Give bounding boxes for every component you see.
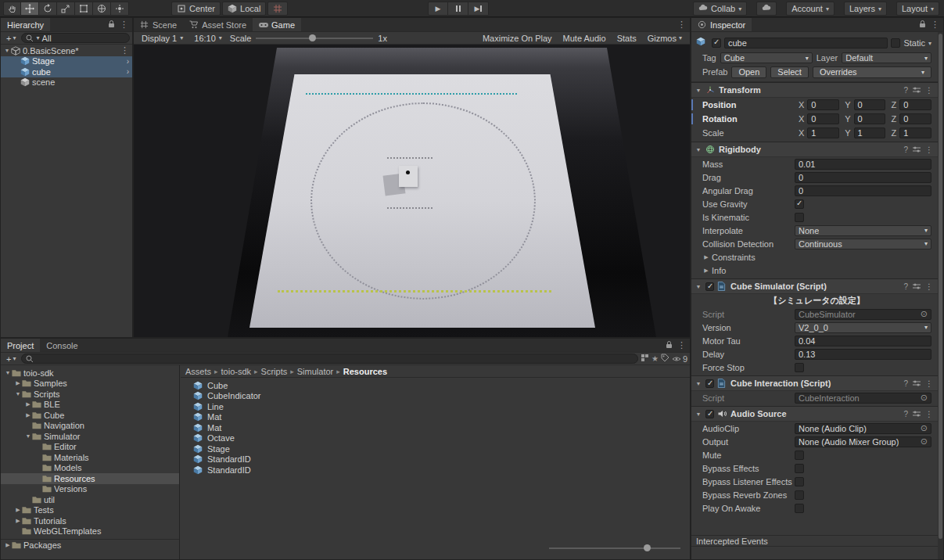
project-folder-toio-sdk[interactable]: ▼toio-sdk [1, 368, 179, 379]
display-dropdown[interactable]: Display 1▾ [138, 34, 186, 43]
search-filter-caret-icon[interactable]: ▾ [36, 34, 39, 41]
custom-tool-button[interactable] [111, 2, 129, 16]
tab-scene[interactable]: Scene [134, 18, 183, 31]
lock-icon[interactable] [666, 340, 673, 350]
pivot-mode-button[interactable]: Center [171, 2, 221, 16]
inspector-scrollbar[interactable] [938, 32, 943, 559]
project-folder-samples[interactable]: ▶Samples [1, 379, 179, 389]
project-folder-models[interactable]: Models [1, 463, 179, 474]
scrollbar-thumb[interactable] [939, 34, 942, 539]
create-menu-button[interactable]: + ▾ [3, 33, 19, 44]
scale-y-field[interactable]: 1 [854, 127, 886, 138]
project-folder-simulator[interactable]: ▼Simulator [1, 431, 179, 442]
foldout-arrow-icon[interactable]: ▶ [702, 267, 710, 274]
project-folder-webgltemplates[interactable]: WebGLTemplates [1, 526, 179, 537]
foldout-arrow-icon[interactable]: ▶ [702, 254, 710, 260]
prefab-expand-chevron-icon[interactable]: › [124, 57, 132, 66]
position-x-field[interactable]: 0 [807, 99, 839, 110]
play-button[interactable]: ▶ [428, 2, 448, 16]
breadcrumb-item[interactable]: Simulator [297, 367, 333, 376]
prefab-expand-chevron-icon[interactable]: › [124, 67, 132, 76]
component-header-rigidbody[interactable]: ▼Rigidbody?⋮ [691, 142, 938, 157]
hand-tool-button[interactable] [3, 2, 21, 16]
object-picker-icon[interactable]: ⊙ [921, 309, 928, 319]
layers-button[interactable]: Layers ▾ [844, 2, 887, 16]
tab-inspector[interactable]: Inspector [691, 18, 752, 31]
kebab-menu-icon[interactable]: ⋮ [925, 282, 933, 291]
kebab-menu-icon[interactable]: ⋮ [925, 86, 933, 95]
component-enabled-checkbox[interactable] [705, 282, 714, 291]
is-kinematic-checkbox[interactable] [795, 213, 804, 222]
label-icon[interactable] [661, 354, 669, 364]
hierarchy-item-0-basicscene[interactable]: ▼0.BasicScene*⋮ [1, 45, 132, 56]
project-folder-editor[interactable]: Editor [1, 442, 179, 453]
foldout-arrow-icon[interactable]: ▼ [695, 147, 702, 153]
layer-dropdown[interactable]: Default▾ [842, 52, 931, 63]
mute-audio-button[interactable]: Mute Audio [560, 34, 609, 43]
hierarchy-item-cube[interactable]: cube› [1, 66, 132, 77]
tab-project[interactable]: Project [1, 339, 40, 352]
breadcrumb-item[interactable]: Assets [185, 367, 211, 376]
prefab-overrides-button[interactable]: Overrides▾ [813, 66, 931, 78]
prefab-open-button[interactable]: Open [731, 66, 766, 78]
project-folder-versions[interactable]: Versions [1, 484, 179, 495]
breadcrumb-item[interactable]: toio-sdk [221, 367, 252, 376]
help-icon[interactable]: ? [903, 410, 908, 418]
project-folder-packages[interactable]: ▶Packages [1, 539, 179, 550]
pause-button[interactable] [448, 2, 468, 16]
foldout-arrow-icon[interactable]: ▼ [695, 284, 702, 289]
collab-button[interactable]: Collab ▾ [693, 2, 747, 16]
component-header-transform[interactable]: ▼Transform?⋮ [691, 82, 938, 98]
breadcrumb-item[interactable]: Scripts [261, 367, 288, 376]
position-z-field[interactable]: 0 [899, 99, 931, 110]
component-header-cube-interaction-script[interactable]: ▼Cube Interaction (Script)?⋮ [691, 375, 938, 391]
account-button[interactable]: Account ▾ [786, 2, 835, 16]
preset-icon[interactable] [913, 379, 921, 387]
hierarchy-item-scene[interactable]: scene [1, 77, 132, 88]
object-picker-icon[interactable]: ⊙ [921, 423, 928, 433]
asset-item-stage[interactable]: Stage [184, 443, 690, 454]
asset-item-cube[interactable]: Cube [184, 380, 690, 391]
lock-icon[interactable] [108, 20, 115, 30]
foldout-arrow-icon[interactable]: ▼ [695, 411, 702, 417]
asset-item-octave[interactable]: Octave [184, 433, 690, 444]
component-header-audio-source[interactable]: ▼Audio Source?⋮ [691, 406, 938, 422]
preset-icon[interactable] [913, 86, 921, 94]
static-label[interactable]: Static [903, 38, 925, 48]
rotation-z-field[interactable]: 0 [899, 113, 931, 124]
asset-item-standardid[interactable]: StandardID [184, 454, 690, 465]
delay-field[interactable]: 0.13 [795, 349, 931, 360]
asset-item-mat[interactable]: Mat [184, 412, 690, 423]
kebab-menu-icon[interactable]: ⋮ [677, 20, 686, 30]
active-checkbox[interactable] [712, 38, 721, 48]
cloud-button[interactable] [756, 2, 777, 16]
static-dropdown-icon[interactable]: ▾ [928, 40, 931, 47]
rotation-x-field[interactable]: 0 [807, 113, 839, 124]
project-folder-navigation[interactable]: Navigation [1, 421, 179, 432]
scale-tool-button[interactable] [57, 2, 75, 16]
kebab-menu-icon[interactable]: ⋮ [925, 379, 933, 388]
tab-game[interactable]: Game [253, 18, 301, 31]
project-folder-tests[interactable]: ▶Tests [1, 505, 179, 516]
help-icon[interactable]: ? [903, 282, 908, 291]
kebab-menu-icon[interactable]: ⋮ [931, 20, 939, 30]
hierarchy-item-stage[interactable]: Stage› [1, 56, 132, 67]
project-folder-util[interactable]: util [1, 494, 179, 505]
play-on-awake-checkbox[interactable] [795, 504, 804, 513]
help-icon[interactable]: ? [903, 145, 908, 154]
project-folder-tutorials[interactable]: ▶Tutorials [1, 515, 179, 526]
favorites-star-icon[interactable]: ★ [651, 354, 659, 363]
grid-snap-button[interactable] [267, 2, 288, 16]
scale-x-field[interactable]: 1 [807, 127, 839, 138]
scale-z-field[interactable]: 1 [899, 127, 931, 138]
layout-button[interactable]: Layout ▾ [896, 2, 939, 16]
force-stop-checkbox[interactable] [795, 363, 804, 372]
create-asset-button[interactable]: + ▾ [3, 354, 19, 364]
lock-icon[interactable] [919, 20, 926, 30]
bypass-listener-effects-checkbox[interactable] [795, 477, 804, 486]
object-picker-icon[interactable]: ⊙ [921, 393, 928, 403]
interpolate-dropdown[interactable]: None▾ [795, 225, 931, 236]
tab-asset-store[interactable]: Asset Store [183, 18, 253, 31]
foldout-arrow-icon[interactable]: ▼ [695, 88, 702, 93]
asset-item-mat[interactable]: Mat [184, 422, 690, 433]
